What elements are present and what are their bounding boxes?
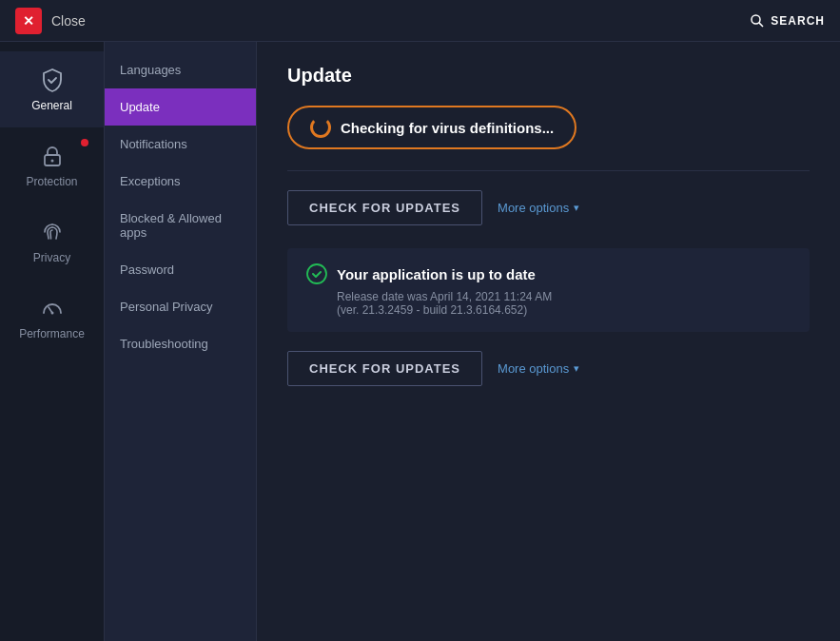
status-title: Your application is up to date xyxy=(337,266,536,282)
svg-point-6 xyxy=(307,264,326,283)
subnav-exceptions[interactable]: Exceptions xyxy=(105,163,256,200)
chevron-down-icon-2: ▾ xyxy=(574,362,579,375)
subnav-languages[interactable]: Languages xyxy=(105,51,256,88)
main-content: Update Checking for virus definitions...… xyxy=(257,42,840,641)
subnav-troubleshooting[interactable]: Troubleshooting xyxy=(105,325,256,362)
shield-icon xyxy=(39,67,66,93)
checking-banner: Checking for virus definitions... xyxy=(287,106,576,149)
checking-text: Checking for virus definitions... xyxy=(341,120,554,136)
sidebar-item-performance[interactable]: Performance xyxy=(0,280,104,356)
sidebar-item-protection[interactable]: Protection xyxy=(0,127,104,204)
more-options-button-2[interactable]: More options ▾ xyxy=(498,361,579,376)
more-options-label-2: More options xyxy=(498,361,569,376)
more-options-button-1[interactable]: More options ▾ xyxy=(498,201,579,215)
search-button[interactable]: SEARCH xyxy=(750,13,825,29)
check-circle-icon xyxy=(306,263,327,284)
sidebar-label-protection: Protection xyxy=(26,175,77,188)
check-for-updates-button-2[interactable]: CHECK FOR UPDATES xyxy=(287,351,482,386)
page-title: Update xyxy=(287,65,810,87)
subnav-blocked-allowed[interactable]: Blocked & Allowed apps xyxy=(105,200,256,251)
svg-point-0 xyxy=(752,15,760,24)
search-label: SEARCH xyxy=(771,14,825,28)
fingerprint-icon xyxy=(39,219,66,245)
lock-icon xyxy=(39,143,66,169)
subnav-password[interactable]: Password xyxy=(105,251,256,288)
svg-point-3 xyxy=(50,160,53,163)
sidebar-item-general[interactable]: General xyxy=(0,51,104,127)
window-title: Close xyxy=(51,13,86,29)
sidebar-primary: General Protection Privacy xyxy=(0,42,105,641)
main-layout: General Protection Privacy xyxy=(0,42,840,641)
sidebar-item-privacy[interactable]: Privacy xyxy=(0,204,104,280)
chevron-down-icon-1: ▾ xyxy=(574,202,579,214)
gauge-icon xyxy=(39,295,66,321)
spinner-icon xyxy=(310,117,331,138)
version-line: (ver. 21.3.2459 - build 21.3.6164.652) xyxy=(337,303,527,317)
release-date-line: Release date was April 14, 2021 11:24 AM xyxy=(337,290,552,303)
status-subtitle: Release date was April 14, 2021 11:24 AM… xyxy=(337,290,791,317)
more-options-label-1: More options xyxy=(498,201,569,215)
title-bar: ✕ Close SEARCH xyxy=(0,0,840,42)
sidebar-label-privacy: Privacy xyxy=(33,251,70,264)
check-for-updates-button-1[interactable]: CHECK FOR UPDATES xyxy=(287,190,482,225)
sidebar-secondary: Languages Update Notifications Exception… xyxy=(105,42,257,641)
svg-point-5 xyxy=(50,312,53,315)
action-row-2: CHECK FOR UPDATES More options ▾ xyxy=(287,351,810,386)
protection-badge xyxy=(81,139,88,146)
divider-1 xyxy=(287,170,810,171)
title-bar-left: ✕ Close xyxy=(15,8,86,34)
action-row-1: CHECK FOR UPDATES More options ▾ xyxy=(287,190,810,225)
subnav-update[interactable]: Update xyxy=(105,88,256,126)
sidebar-label-general: General xyxy=(31,99,72,112)
subnav-notifications[interactable]: Notifications xyxy=(105,126,256,163)
status-header: Your application is up to date xyxy=(306,263,791,284)
status-card: Your application is up to date Release d… xyxy=(287,248,810,332)
close-button[interactable]: ✕ xyxy=(15,8,42,34)
svg-line-1 xyxy=(759,22,763,26)
sidebar-label-performance: Performance xyxy=(19,327,85,340)
subnav-personal-privacy[interactable]: Personal Privacy xyxy=(105,288,256,325)
search-icon xyxy=(750,13,765,29)
